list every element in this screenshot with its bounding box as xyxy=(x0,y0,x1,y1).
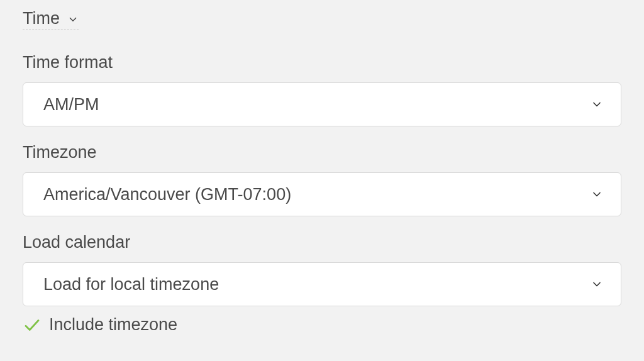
time-section-header[interactable]: Time xyxy=(23,9,79,30)
include-timezone-checkbox[interactable]: Include timezone xyxy=(23,315,621,335)
chevron-down-icon xyxy=(591,188,603,201)
chevron-down-icon xyxy=(67,14,79,25)
chevron-down-icon xyxy=(591,278,603,291)
time-section-title: Time xyxy=(23,9,60,28)
load-calendar-value: Load for local timezone xyxy=(43,275,219,294)
load-calendar-select[interactable]: Load for local timezone xyxy=(23,262,621,306)
chevron-down-icon xyxy=(591,98,603,111)
load-calendar-label: Load calendar xyxy=(23,233,621,252)
time-format-value: AM/PM xyxy=(43,95,99,114)
check-icon xyxy=(23,316,42,335)
timezone-select[interactable]: America/Vancouver (GMT-07:00) xyxy=(23,172,621,216)
time-format-select[interactable]: AM/PM xyxy=(23,82,621,126)
time-format-label: Time format xyxy=(23,53,621,72)
timezone-label: Timezone xyxy=(23,143,621,162)
timezone-value: America/Vancouver (GMT-07:00) xyxy=(43,185,291,204)
include-timezone-label: Include timezone xyxy=(49,315,177,335)
